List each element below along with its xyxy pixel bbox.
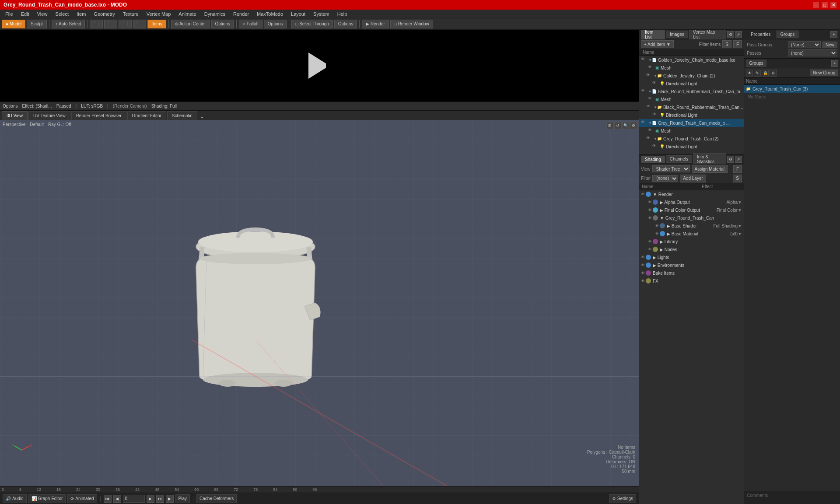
- viewport-3d[interactable]: Perspective Default Ray GL: Off ⊞ ↺ 🔍 ⚙: [0, 120, 639, 486]
- viewport-corner-controls[interactable]: ⊞ ↺ 🔍 ⚙: [606, 122, 637, 129]
- eye-icon[interactable]: 👁: [641, 120, 647, 126]
- menu-vertex-map[interactable]: Vertex Map: [143, 10, 175, 18]
- minimize-btn[interactable]: ─: [813, 2, 819, 8]
- menu-texture[interactable]: Texture: [119, 10, 142, 18]
- menu-geometry[interactable]: Geometry: [90, 10, 118, 18]
- shader-row-nodes[interactable]: 👁 ▶ Nodes: [639, 245, 744, 253]
- tab-shading[interactable]: Shading: [641, 156, 665, 163]
- eye-icon[interactable]: 👁: [646, 73, 652, 79]
- falloff-btn[interactable]: ○ Falloff: [239, 20, 262, 28]
- shader-row-alpha[interactable]: 👁 ▶ Alpha Output Alpha ▼: [639, 198, 744, 206]
- toolbar-icon-4[interactable]: ⬛: [133, 20, 146, 28]
- list-item[interactable]: 👁 ▣ Mesh: [639, 64, 744, 72]
- toolbar-icon-3[interactable]: ⬛: [119, 20, 132, 28]
- menu-select[interactable]: Select: [52, 10, 72, 18]
- eye-icon[interactable]: 👁: [648, 128, 654, 134]
- comments-area[interactable]: Comments: [744, 491, 840, 504]
- eye-icon[interactable]: 👁: [652, 112, 658, 118]
- passes-select[interactable]: (none): [788, 49, 837, 56]
- menu-help[interactable]: Help: [334, 10, 351, 18]
- shading-icon-1[interactable]: ⚙: [727, 156, 734, 163]
- shader-row-fx[interactable]: 👁 FX: [639, 277, 744, 285]
- list-item[interactable]: 👁 ▣ Mesh: [639, 95, 744, 103]
- group-toggle-1[interactable]: 👁: [746, 70, 753, 77]
- tab-uv-texture[interactable]: UV Texture View: [28, 111, 70, 120]
- menu-layout[interactable]: Layout: [287, 10, 309, 18]
- viewport-icon-4[interactable]: ⚙: [630, 122, 637, 129]
- menu-file[interactable]: File: [2, 10, 17, 18]
- shader-row-lights[interactable]: 👁 ▶ Lights: [639, 253, 744, 261]
- audio-btn[interactable]: 🔊 Audio: [3, 494, 27, 503]
- tab-gradient[interactable]: Gradient Editor: [127, 111, 166, 120]
- add-layer-btn[interactable]: Add Layer: [680, 175, 706, 182]
- menu-dynamics[interactable]: Dynamics: [201, 10, 229, 18]
- f-btn[interactable]: F: [733, 40, 742, 48]
- playback-first-btn[interactable]: ⏮: [104, 495, 112, 503]
- shading-panel-icons[interactable]: ⚙ ↗: [727, 156, 742, 163]
- menu-edit[interactable]: Edit: [18, 10, 33, 18]
- frame-input[interactable]: 0: [123, 495, 145, 503]
- shader-row-environments[interactable]: 👁 ▶ Environments: [639, 261, 744, 269]
- menu-animate[interactable]: Animate: [175, 10, 200, 18]
- tab-properties[interactable]: Properties: [747, 31, 775, 38]
- shader-row-base-material[interactable]: 👁 ▶ Base Material (all) ▼: [639, 230, 744, 238]
- render-btn[interactable]: ▶ Render: [362, 20, 389, 28]
- groups-icon-1[interactable]: +: [831, 60, 838, 67]
- new-group-btn[interactable]: New: [822, 42, 837, 48]
- eye-icon[interactable]: 👁: [652, 144, 658, 150]
- auto-select-btn[interactable]: ↕ Auto Select: [52, 20, 85, 28]
- tab-channels[interactable]: Channels: [666, 155, 692, 163]
- model-mode-btn[interactable]: ● Model: [2, 20, 25, 28]
- tab-groups[interactable]: Groups: [777, 31, 799, 38]
- settings-btn[interactable]: ⚙ Settings: [609, 494, 636, 503]
- animated-btn[interactable]: ⟳ Animated: [67, 494, 97, 503]
- action-center-btn[interactable]: ⊕ Action Center: [171, 20, 210, 28]
- shader-tree-select[interactable]: Shader Tree: [652, 165, 690, 172]
- shader-row-library[interactable]: 👁 ▶ Library: [639, 238, 744, 245]
- shader-row-bake[interactable]: 👁 Bake Items: [639, 269, 744, 277]
- playback-next-btn[interactable]: ▶: [147, 495, 154, 503]
- new-group-btn-2[interactable]: New Group: [810, 70, 838, 76]
- group-toggle-3[interactable]: 🔒: [762, 70, 769, 77]
- menu-view[interactable]: View: [34, 10, 51, 18]
- list-item[interactable]: 👁 ▼ 📁 Golden_Jewelry_Chain (2): [639, 72, 744, 80]
- menu-maxtomodo[interactable]: MaxToModo: [253, 10, 287, 18]
- menu-item[interactable]: Item: [73, 10, 89, 18]
- playback-play-btn[interactable]: ▶: [166, 495, 174, 503]
- eye-icon[interactable]: 👁: [652, 80, 658, 87]
- list-item[interactable]: 👁 💡 Directional Light: [639, 111, 744, 119]
- viewport-icon-2[interactable]: ↺: [614, 122, 621, 129]
- sculpt-mode-btn[interactable]: Sculpt: [27, 20, 47, 28]
- list-item[interactable]: 👁 ▼ 📄 Grey_Round_Trash_Can_modo_b ...: [639, 119, 744, 127]
- toggle-icon[interactable]: ▼: [648, 90, 652, 94]
- panel-icon-2[interactable]: ↗: [735, 31, 742, 38]
- panel-icon-1[interactable]: ⚙: [727, 31, 734, 38]
- list-item[interactable]: 👁 💡 Directional Light: [639, 80, 744, 88]
- render-window-btn[interactable]: □ Render Window: [390, 20, 433, 28]
- tab-schematic[interactable]: Schematic: [167, 111, 197, 120]
- toggle-icon[interactable]: ▼: [654, 74, 657, 78]
- viewport-icon-1[interactable]: ⊞: [606, 122, 613, 129]
- toggle-icon[interactable]: ▼: [648, 58, 652, 62]
- menu-render[interactable]: Render: [230, 10, 252, 18]
- window-controls[interactable]: ─ □ ✕: [813, 2, 836, 8]
- tab-3d-view[interactable]: 3D View: [2, 111, 28, 120]
- items-btn[interactable]: Items: [147, 20, 166, 28]
- eye-icon[interactable]: 👁: [646, 104, 652, 110]
- panel-icons[interactable]: ⚙ ↗: [727, 31, 742, 38]
- playback-last-btn[interactable]: ⏭: [156, 495, 164, 503]
- add-item-btn[interactable]: + Add Item ▼: [641, 40, 674, 48]
- tab-add-btn[interactable]: +: [198, 115, 206, 120]
- toggle-icon[interactable]: ▼: [654, 105, 657, 109]
- tab-info-statistics[interactable]: Info & Statistics: [693, 153, 726, 165]
- menu-system[interactable]: System: [310, 10, 333, 18]
- graph-editor-btn[interactable]: 📊 Graph Editor: [28, 494, 66, 503]
- shader-row-finalcolor[interactable]: 👁 ▶ Final Color Output Final Color ▼: [639, 206, 744, 214]
- group-toggle-2[interactable]: ✎: [754, 70, 761, 77]
- pass-groups-select[interactable]: (None): [788, 41, 821, 48]
- list-item[interactable]: 👁 ▼ 📄 Golden_Jewelry_Chain_modo_base.lxo: [639, 56, 744, 64]
- viewport-icon-3[interactable]: 🔍: [622, 122, 629, 129]
- group-toggle-4[interactable]: ⚙: [770, 70, 777, 77]
- list-item[interactable]: 👁 ▼ 📄 Black_Round_Rubbermaid_Trash_Can_m…: [639, 88, 744, 95]
- tab-render-preset[interactable]: Render Preset Browser: [71, 111, 126, 120]
